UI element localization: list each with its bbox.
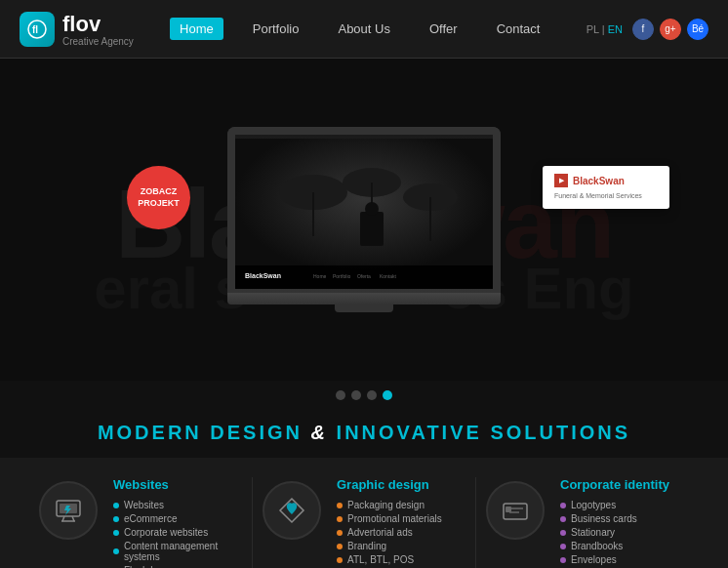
service-corporate-identity: Corporate identity Logotypes Business ca…: [476, 477, 699, 568]
facebook-icon[interactable]: f: [632, 19, 654, 40]
social-icons: f g+ Bé: [632, 19, 708, 40]
bullet-icon: [113, 516, 119, 522]
svg-rect-10: [360, 212, 384, 246]
dot-1[interactable]: [336, 390, 345, 400]
logo-icon: fl: [20, 12, 55, 47]
lang-en[interactable]: EN: [608, 23, 623, 35]
see-project-line1: ZOBACZ: [141, 186, 178, 198]
blackswan-sub: Funeral & Memorial Services: [554, 191, 658, 201]
websites-list: Websites eCommerce Corporate websites Co…: [113, 500, 242, 568]
bullet-icon: [113, 503, 119, 508]
list-item: Packaging design: [337, 500, 465, 510]
carousel-dots: [0, 381, 728, 410]
graphic-design-icon-wrap: [263, 481, 321, 540]
diamond-heart-icon: [274, 493, 309, 528]
list-item: Envelopes: [560, 554, 689, 565]
logo: fl flov Creative Agency: [20, 12, 134, 47]
bullet-icon: [560, 544, 566, 549]
bullet-icon: [337, 544, 343, 549]
svg-point-11: [365, 202, 379, 216]
list-item: Stationary: [560, 527, 689, 538]
google-icon[interactable]: g+: [660, 19, 681, 40]
svg-text:Kontakt: Kontakt: [380, 273, 397, 279]
svg-text:fl: fl: [32, 24, 38, 35]
corporate-identity-icon-wrap: [486, 481, 545, 540]
main-nav: Home Portfolio About Us Offer Contact: [170, 18, 549, 40]
bullet-icon: [113, 548, 119, 554]
bullet-icon: [560, 503, 566, 508]
bullet-icon: [337, 557, 343, 563]
blackswan-logo: BlackSwan: [554, 174, 658, 187]
svg-text:Home: Home: [313, 273, 327, 279]
websites-content: Websites Websites eCommerce Corporate we…: [113, 477, 242, 568]
hero-section: BlackSwan eral s es Eng: [0, 59, 728, 381]
logo-name: flov: [62, 12, 101, 36]
corporate-identity-title: Corporate identity: [560, 477, 689, 492]
laptop-base: [227, 293, 501, 304]
websites-icon-wrap: [39, 481, 98, 540]
services-section: Websites Websites eCommerce Corporate we…: [0, 458, 728, 568]
list-item: Advertorial ads: [337, 527, 465, 538]
bullet-icon: [337, 516, 343, 522]
lang-pl[interactable]: PL: [586, 23, 599, 35]
bullet-icon: [560, 557, 566, 563]
list-item: Business cards: [560, 513, 689, 524]
logo-tagline: Creative Agency: [62, 37, 134, 47]
dot-3[interactable]: [367, 390, 377, 400]
blackswan-card[interactable]: BlackSwan Funeral & Memorial Services: [543, 166, 669, 209]
blackswan-brand-icon: [554, 174, 568, 187]
svg-text:BlackSwan: BlackSwan: [245, 272, 281, 279]
websites-title: Websites: [113, 477, 242, 492]
dot-2[interactable]: [351, 390, 361, 400]
laptop-stand: [335, 304, 393, 312]
nav-offer[interactable]: Offer: [420, 18, 467, 40]
bullet-icon: [113, 530, 119, 536]
tagline-section: MODERN DESIGN & INNOVATIVE SOLUTIONS: [0, 410, 728, 458]
bullet-icon: [560, 530, 566, 536]
graphic-design-list: Packaging design Promotional materials A…: [337, 500, 465, 565]
svg-text:Portfolio: Portfolio: [333, 273, 351, 279]
list-item: Content management systems: [113, 541, 242, 562]
bullet-icon: [337, 503, 343, 508]
laptop: BlackSwan Home Portfolio Oferta Kontakt: [227, 127, 501, 312]
see-project-line2: PROJEKT: [138, 198, 180, 210]
list-item: Branding: [337, 541, 465, 551]
see-project-button[interactable]: ZOBACZ PROJEKT: [127, 166, 190, 229]
umbrella-scene: BlackSwan Home Portfolio Oferta Kontakt: [235, 135, 493, 293]
laptop-screen: BlackSwan Home Portfolio Oferta Kontakt: [227, 127, 501, 293]
lang-sep: |: [602, 23, 605, 35]
list-item: ATL, BTL, POS: [337, 554, 465, 565]
laptop-container: BlackSwan Home Portfolio Oferta Kontakt: [227, 127, 501, 312]
behance-icon[interactable]: Bé: [687, 19, 708, 40]
corporate-identity-content: Corporate identity Logotypes Business ca…: [560, 477, 689, 568]
nav-portfolio[interactable]: Portfolio: [243, 18, 309, 40]
monitor-icon: [54, 496, 83, 525]
list-item: Logotypes: [560, 500, 689, 510]
id-card-icon: [500, 495, 531, 526]
list-item: Brandbooks: [560, 541, 689, 551]
list-item: Corporate websites: [113, 527, 242, 538]
logo-text-wrap: flov Creative Agency: [62, 12, 134, 47]
header: fl flov Creative Agency Home Portfolio A…: [0, 0, 728, 59]
tagline-text: MODERN DESIGN & INNOVATIVE SOLUTIONS: [0, 422, 728, 444]
blackswan-name: BlackSwan: [573, 176, 625, 186]
corporate-identity-list: Logotypes Business cards Stationary Bran…: [560, 500, 689, 565]
language-switcher: PL | EN: [586, 23, 623, 35]
list-item: Promotional materials: [337, 513, 465, 524]
service-graphic-design: Graphic design Packaging design Promotio…: [253, 477, 476, 568]
header-right: PL | EN f g+ Bé: [586, 19, 708, 40]
dot-4[interactable]: [383, 390, 392, 400]
list-item: Websites: [113, 500, 242, 510]
list-item: eCommerce: [113, 513, 242, 524]
graphic-design-content: Graphic design Packaging design Promotio…: [337, 477, 465, 568]
nav-home[interactable]: Home: [170, 18, 223, 40]
bullet-icon: [560, 516, 566, 522]
svg-rect-28: [506, 507, 511, 512]
graphic-design-title: Graphic design: [337, 477, 465, 492]
nav-contact[interactable]: Contact: [487, 18, 550, 40]
service-websites: Websites Websites eCommerce Corporate we…: [29, 477, 253, 568]
nav-about[interactable]: About Us: [328, 18, 399, 40]
bullet-icon: [337, 530, 343, 536]
svg-text:Oferta: Oferta: [357, 273, 371, 279]
